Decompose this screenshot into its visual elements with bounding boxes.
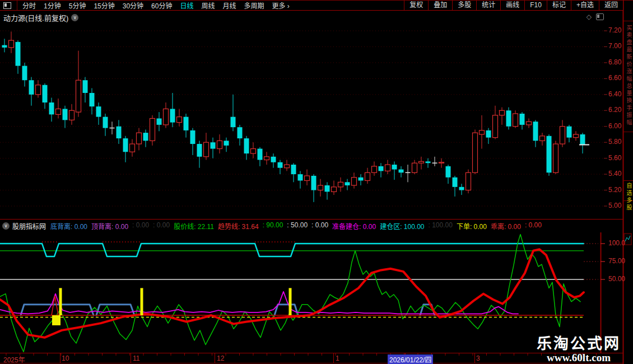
indicator-pane bbox=[0, 234, 584, 352]
indicator-field: : 50.00 bbox=[287, 221, 308, 231]
right-strip-tabs[interactable]: 买卖盘最新价涨幅总量换手振幅 bbox=[625, 25, 633, 127]
trading-app-window: 分时1分钟5分钟15分钟30分钟60分钟日线周线月线多周期更多 › 复权叠加多股… bbox=[0, 0, 633, 364]
axis-label: 7.20 bbox=[608, 26, 621, 34]
axis-label: 75.00 bbox=[608, 257, 625, 265]
indicator-field-准备建仓: 准备建仓: 0.00 bbox=[332, 221, 376, 231]
chart-graphics bbox=[0, 0, 633, 364]
title-right-icons: ◇ bbox=[587, 13, 604, 21]
tab-分时[interactable]: 分时 bbox=[22, 1, 36, 10]
axis-label: 5.40 bbox=[608, 170, 621, 178]
tab-5分钟[interactable]: 5分钟 bbox=[69, 1, 86, 10]
stock-title: 动力源(日线.前复权) bbox=[3, 12, 68, 23]
button-F10[interactable]: F10 bbox=[524, 1, 547, 10]
diamond-icon[interactable]: ◇ bbox=[587, 13, 592, 21]
month-label: 1 bbox=[336, 354, 339, 362]
tab-1分钟[interactable]: 1分钟 bbox=[44, 1, 61, 10]
indicator-header: ∨ 股朋指标网 底背离: 0.00顶背离: 0.00: 0.00: 0.00股价… bbox=[2, 221, 546, 231]
tab-60分钟[interactable]: 60分钟 bbox=[151, 1, 172, 10]
indicator-field-下单: 下单: 0.00 bbox=[457, 221, 487, 231]
tab-月线[interactable]: 月线 bbox=[223, 1, 236, 10]
indicator-field-建仓区: 建仓区: 100.00 bbox=[380, 221, 424, 231]
tab-日线[interactable]: 日线 bbox=[180, 1, 193, 10]
axis-label: 50.00 bbox=[608, 275, 625, 283]
indicator-field: : 90.00 bbox=[263, 221, 283, 231]
button-标记[interactable]: 标记 bbox=[547, 1, 571, 10]
tab-15分钟[interactable]: 15分钟 bbox=[94, 1, 114, 10]
right-tab-strip: 买卖盘最新价涨幅总量换手振幅 自选多股 bbox=[623, 0, 633, 364]
toolbar-divider bbox=[17, 1, 17, 10]
axis-label: 6.60 bbox=[608, 74, 621, 82]
watermark-site-name: 乐淘公式网 bbox=[537, 335, 621, 352]
axis-label: 6.00 bbox=[608, 122, 621, 130]
indicator-field-顶背离: 顶背离: 0.00 bbox=[91, 221, 128, 231]
button-复权[interactable]: 复权 bbox=[404, 1, 428, 10]
right-strip-accent-tabs[interactable]: 自选多股 bbox=[625, 183, 633, 212]
month-label: 12 bbox=[217, 354, 224, 362]
candlestick-series bbox=[2, 31, 585, 202]
axis-label: 6.80 bbox=[608, 58, 621, 66]
month-label: 11 bbox=[133, 354, 139, 362]
indicator-field-乖离: 乖离: 0.00 bbox=[491, 221, 521, 231]
watermark: 乐淘公式网 www.60lt.com bbox=[537, 335, 621, 363]
month-label: 10 bbox=[62, 354, 69, 362]
axis-label: 7.00 bbox=[608, 42, 621, 50]
button-+自选[interactable]: +自选 bbox=[571, 1, 599, 10]
indicator-collapse-icon[interactable]: ∨ bbox=[2, 222, 10, 230]
tab-多周期[interactable]: 多周期 bbox=[244, 1, 264, 10]
chevron-down-circle-icon[interactable]: ∨ bbox=[71, 14, 78, 21]
axis-label: 5.00 bbox=[608, 202, 621, 209]
axis-label: 100.0 bbox=[608, 239, 625, 247]
indicator-field-趋势线: 趋势线: 31.64 bbox=[218, 221, 259, 231]
button-叠加[interactable]: 叠加 bbox=[428, 1, 452, 10]
indicator-field: : 0.00 bbox=[525, 221, 542, 231]
window-layout-icon[interactable] bbox=[3, 2, 11, 9]
axis-label: 5.60 bbox=[608, 154, 621, 162]
month-label: 3 bbox=[476, 354, 480, 362]
button-画线[interactable]: 画线 bbox=[500, 1, 524, 10]
indicator-source-name: 股朋指标网 bbox=[12, 221, 46, 231]
tab-更多 ›[interactable]: 更多 › bbox=[272, 1, 290, 10]
axis-label: 5.80 bbox=[608, 138, 621, 146]
indicator-field: : 0.00 bbox=[132, 221, 149, 231]
indicator-field: : 0.00 bbox=[311, 221, 328, 231]
button-返回[interactable]: 返回 bbox=[599, 1, 623, 10]
toolbar-right-buttons: 复权叠加多股统计画线F10标记+自选返回 bbox=[404, 1, 623, 10]
button-多股[interactable]: 多股 bbox=[452, 1, 476, 10]
tab-周线[interactable]: 周线 bbox=[201, 1, 215, 10]
indicator-field: : 0.00 bbox=[153, 221, 170, 231]
indicator-field-股价线: 股价线: 22.11 bbox=[174, 221, 214, 231]
period-tabs: 分时1分钟5分钟15分钟30分钟60分钟日线周线月线多周期更多 › bbox=[18, 1, 294, 10]
panel-layout-icon[interactable] bbox=[596, 13, 604, 20]
stock-titlebar: 动力源(日线.前复权) ∨ bbox=[3, 12, 78, 23]
button-统计[interactable]: 统计 bbox=[476, 1, 500, 10]
axis-label: 6.20 bbox=[608, 106, 621, 114]
watermark-url: www.60lt.com bbox=[537, 352, 621, 363]
indicator-field-底背离: 底背离: 0.00 bbox=[50, 221, 87, 231]
axis-label: 5.20 bbox=[608, 186, 621, 194]
axis-label: 6.40 bbox=[608, 90, 621, 98]
period-toolbar: 分时1分钟5分钟15分钟30分钟60分钟日线周线月线多周期更多 › 复权叠加多股… bbox=[0, 0, 623, 11]
indicator-fields: 底背离: 0.00顶背离: 0.00: 0.00: 0.00股价线: 22.11… bbox=[50, 221, 546, 231]
tab-30分钟[interactable]: 30分钟 bbox=[123, 1, 143, 10]
month-label: 2025年 bbox=[3, 354, 25, 364]
indicator-field: : 100.00 bbox=[429, 221, 453, 231]
selected-date-label: 2026/01/22/四 bbox=[388, 354, 433, 364]
